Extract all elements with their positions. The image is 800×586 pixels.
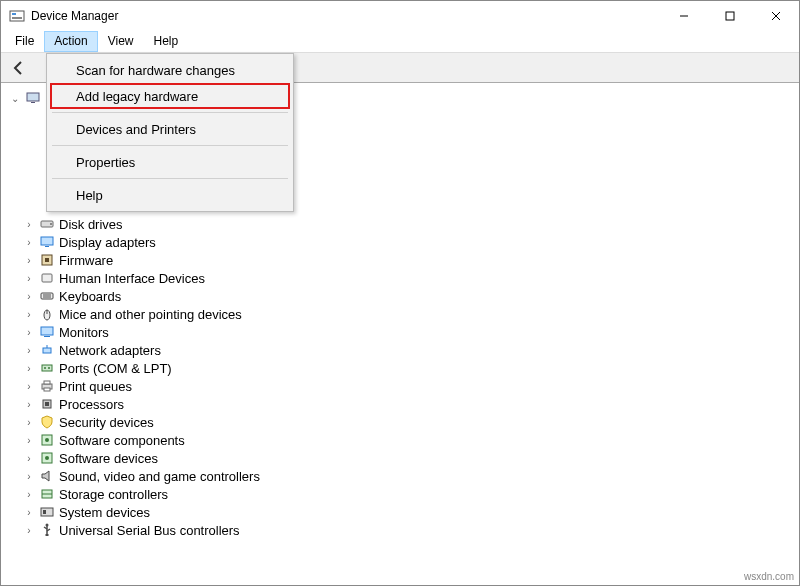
svg-rect-0 xyxy=(10,11,24,21)
menu-file[interactable]: File xyxy=(5,31,44,52)
tree-item-label: Processors xyxy=(59,397,124,412)
tree-item-label: Software devices xyxy=(59,451,158,466)
tree-item-firmware[interactable]: ›Firmware xyxy=(23,251,799,269)
tree-item-software[interactable]: ›Software components xyxy=(23,431,799,449)
expand-icon[interactable]: › xyxy=(23,362,35,374)
svg-rect-21 xyxy=(41,327,53,335)
menu-separator xyxy=(52,145,288,146)
tree-item-cpu[interactable]: ›Processors xyxy=(23,395,799,413)
expand-icon[interactable]: › xyxy=(23,272,35,284)
tree-item-label: Keyboards xyxy=(59,289,121,304)
tree-item-mouse[interactable]: ›Mice and other pointing devices xyxy=(23,305,799,323)
tree-item-label: Disk drives xyxy=(59,217,123,232)
svg-rect-11 xyxy=(41,237,53,245)
tree-item-label: Universal Serial Bus controllers xyxy=(59,523,240,538)
hid-icon xyxy=(39,270,55,286)
expand-icon[interactable]: › xyxy=(23,452,35,464)
tree-item-label: Ports (COM & LPT) xyxy=(59,361,172,376)
tree-item-software[interactable]: ›Software devices xyxy=(23,449,799,467)
tree-item-storage[interactable]: ›Storage controllers xyxy=(23,485,799,503)
svg-rect-23 xyxy=(43,348,51,353)
expand-icon[interactable]: › xyxy=(23,218,35,230)
keyboard-icon xyxy=(39,288,55,304)
menu-scan-hardware[interactable]: Scan for hardware changes xyxy=(50,57,290,83)
menu-devices-printers[interactable]: Devices and Printers xyxy=(50,116,290,142)
svg-point-36 xyxy=(45,456,49,460)
tree-item-hid[interactable]: ›Human Interface Devices xyxy=(23,269,799,287)
cpu-icon xyxy=(39,396,55,412)
system-icon xyxy=(39,504,55,520)
svg-rect-7 xyxy=(27,93,39,101)
tree-item-monitor[interactable]: ›Monitors xyxy=(23,323,799,341)
menu-help[interactable]: Help xyxy=(50,182,290,208)
sound-icon xyxy=(39,468,55,484)
tree-item-label: Software components xyxy=(59,433,185,448)
expand-icon[interactable]: › xyxy=(23,470,35,482)
menu-add-legacy-hardware[interactable]: Add legacy hardware xyxy=(50,83,290,109)
expand-icon[interactable]: › xyxy=(23,416,35,428)
tree-item-usb[interactable]: ›Universal Serial Bus controllers xyxy=(23,521,799,539)
tree-item-label: Mice and other pointing devices xyxy=(59,307,242,322)
svg-rect-30 xyxy=(44,388,50,391)
svg-rect-16 xyxy=(41,293,53,299)
software-icon xyxy=(39,432,55,448)
window-title: Device Manager xyxy=(31,9,118,23)
tree-item-label: System devices xyxy=(59,505,150,520)
back-button[interactable] xyxy=(7,56,31,80)
tree-item-label: Print queues xyxy=(59,379,132,394)
expand-icon[interactable]: › xyxy=(23,308,35,320)
collapse-icon[interactable]: ⌄ xyxy=(9,92,21,104)
titlebar-left: Device Manager xyxy=(9,8,118,24)
svg-point-10 xyxy=(50,223,52,225)
expand-icon[interactable]: › xyxy=(23,290,35,302)
tree-item-label: Network adapters xyxy=(59,343,161,358)
display-icon xyxy=(39,234,55,250)
network-icon xyxy=(39,342,55,358)
printer-icon xyxy=(39,378,55,394)
menu-view[interactable]: View xyxy=(98,31,144,52)
storage-icon xyxy=(39,486,55,502)
maximize-button[interactable] xyxy=(707,1,753,31)
tree-item-display[interactable]: ›Display adapters xyxy=(23,233,799,251)
computer-icon xyxy=(25,90,41,106)
expand-icon[interactable]: › xyxy=(23,398,35,410)
svg-point-42 xyxy=(46,524,49,527)
expand-icon[interactable]: › xyxy=(23,380,35,392)
tree-item-port[interactable]: ›Ports (COM & LPT) xyxy=(23,359,799,377)
expand-icon[interactable]: › xyxy=(23,254,35,266)
close-button[interactable] xyxy=(753,1,799,31)
svg-rect-22 xyxy=(44,336,50,337)
expand-icon[interactable]: › xyxy=(23,434,35,446)
svg-rect-14 xyxy=(45,258,49,262)
tree-item-printer[interactable]: ›Print queues xyxy=(23,377,799,395)
expand-icon[interactable]: › xyxy=(23,326,35,338)
expand-icon[interactable]: › xyxy=(23,506,35,518)
tree-item-label: Storage controllers xyxy=(59,487,168,502)
svg-rect-12 xyxy=(45,246,49,247)
tree-item-label: Human Interface Devices xyxy=(59,271,205,286)
expand-icon[interactable]: › xyxy=(23,344,35,356)
mouse-icon xyxy=(39,306,55,322)
tree-item-system[interactable]: ›System devices xyxy=(23,503,799,521)
svg-rect-15 xyxy=(42,274,52,282)
svg-rect-4 xyxy=(726,12,734,20)
tree-item-keyboard[interactable]: ›Keyboards xyxy=(23,287,799,305)
action-menu-dropdown: Scan for hardware changes Add legacy har… xyxy=(46,53,294,212)
tree-item-disk[interactable]: ›Disk drives xyxy=(23,215,799,233)
svg-rect-29 xyxy=(44,381,50,384)
svg-rect-39 xyxy=(41,508,53,516)
expand-icon[interactable]: › xyxy=(23,524,35,536)
expand-icon[interactable]: › xyxy=(23,236,35,248)
window-controls xyxy=(661,1,799,31)
minimize-button[interactable] xyxy=(661,1,707,31)
menu-action[interactable]: Action xyxy=(44,31,97,52)
menu-help[interactable]: Help xyxy=(144,31,189,52)
tree-item-network[interactable]: ›Network adapters xyxy=(23,341,799,359)
tree-item-security[interactable]: ›Security devices xyxy=(23,413,799,431)
svg-point-34 xyxy=(45,438,49,442)
expand-icon[interactable]: › xyxy=(23,488,35,500)
menu-properties[interactable]: Properties xyxy=(50,149,290,175)
tree-item-sound[interactable]: ›Sound, video and game controllers xyxy=(23,467,799,485)
titlebar: Device Manager xyxy=(1,1,799,31)
app-icon xyxy=(9,8,25,24)
